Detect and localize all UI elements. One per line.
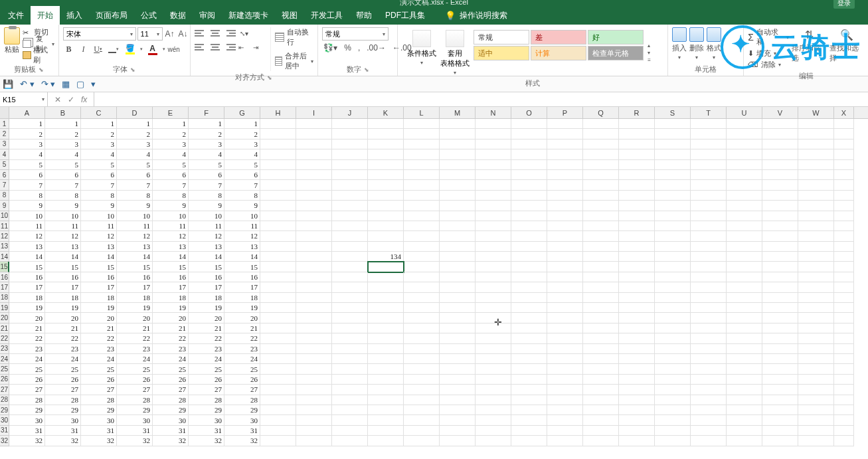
col-header-P[interactable]: P [547,107,583,118]
cell-I5[interactable] [296,160,332,170]
cell-X17[interactable] [834,282,854,292]
cell-D22[interactable]: 22 [117,333,153,343]
cell-B32[interactable]: 32 [45,436,81,446]
cell-N1[interactable] [476,119,511,129]
cell-R14[interactable] [619,252,655,262]
cell-R32[interactable] [619,436,655,446]
cell-J2[interactable] [332,129,368,139]
cell-G14[interactable]: 14 [224,252,260,262]
cell-H12[interactable] [260,231,296,241]
cell-R5[interactable] [619,160,655,170]
cell-K17[interactable] [368,282,404,292]
cell-H15[interactable] [260,262,296,272]
cell-N3[interactable] [476,139,511,149]
cell-A9[interactable]: 9 [9,201,45,211]
cell-A14[interactable]: 14 [9,252,45,262]
cell-E28[interactable]: 28 [153,395,189,405]
paste-icon[interactable] [4,27,20,45]
col-header-I[interactable]: I [296,107,332,118]
cell-N32[interactable] [476,436,511,446]
cell-C10[interactable]: 10 [81,211,117,221]
cell-I11[interactable] [296,221,332,231]
cell-M7[interactable] [440,180,476,190]
cell-K19[interactable] [368,303,404,313]
cell-D30[interactable]: 30 [117,415,153,425]
cell-K24[interactable] [368,354,404,364]
cell-N30[interactable] [476,415,511,425]
cell-U13[interactable] [727,242,762,252]
cell-D4[interactable]: 4 [117,149,153,159]
align-top-button[interactable] [195,28,207,39]
cell-M26[interactable] [440,375,476,385]
cell-M4[interactable] [440,149,476,159]
cell-E5[interactable]: 5 [153,160,189,170]
align-center-button[interactable] [209,42,221,52]
cell-A30[interactable]: 30 [9,415,45,425]
cell-C4[interactable]: 4 [81,149,117,159]
cell-X20[interactable] [834,313,854,323]
cell-G1[interactable]: 1 [224,119,260,129]
decrease-font-button[interactable]: A↓ [177,28,189,40]
cell-N24[interactable] [476,354,511,364]
cell-I31[interactable] [296,426,332,436]
cell-F12[interactable]: 12 [189,231,224,241]
cell-U16[interactable] [727,272,762,282]
cell-C23[interactable]: 23 [81,344,117,354]
select-all-corner[interactable] [0,107,9,118]
cell-G8[interactable]: 8 [224,191,260,201]
cell-V18[interactable] [762,293,798,303]
cell-K12[interactable] [368,231,404,241]
cell-K10[interactable] [368,211,404,221]
menu-layout[interactable]: 页面布局 [89,6,134,25]
cell-D19[interactable]: 19 [117,303,153,313]
cell-W9[interactable] [798,201,834,211]
font-name-select[interactable]: 宋体▾ [63,27,136,41]
cell-Q10[interactable] [583,211,619,221]
cell-L23[interactable] [404,344,440,354]
cell-U5[interactable] [727,160,762,170]
cell-D31[interactable]: 31 [117,426,153,436]
cell-K15[interactable] [368,262,404,272]
row-header-17[interactable]: 17 [0,282,9,292]
cell-B15[interactable]: 15 [45,262,81,272]
cell-R21[interactable] [619,323,655,333]
cell-B28[interactable]: 28 [45,395,81,405]
cell-U21[interactable] [727,323,762,333]
cell-G21[interactable]: 21 [224,323,260,333]
col-header-B[interactable]: B [45,107,81,118]
cell-A28[interactable]: 28 [9,395,45,405]
cell-P9[interactable] [547,201,583,211]
cell-B6[interactable]: 6 [45,170,81,180]
cell-P5[interactable] [547,160,583,170]
cell-O17[interactable] [511,282,547,292]
cell-X9[interactable] [834,201,854,211]
cell-B16[interactable]: 16 [45,272,81,282]
cell-Q22[interactable] [583,333,619,343]
cell-H10[interactable] [260,211,296,221]
cell-W29[interactable] [798,405,834,415]
cell-P14[interactable] [547,252,583,262]
cell-W10[interactable] [798,211,834,221]
cell-A26[interactable]: 26 [9,375,45,385]
cell-F9[interactable]: 9 [189,201,224,211]
cell-I21[interactable] [296,323,332,333]
cell-H7[interactable] [260,180,296,190]
cell-M31[interactable] [440,426,476,436]
cell-P22[interactable] [547,333,583,343]
cell-O29[interactable] [511,405,547,415]
col-header-S[interactable]: S [655,107,691,118]
cell-K9[interactable] [368,201,404,211]
cell-B12[interactable]: 12 [45,231,81,241]
cell-V20[interactable] [762,313,798,323]
cell-X32[interactable] [834,436,854,446]
cell-P4[interactable] [547,149,583,159]
col-header-A[interactable]: A [9,107,45,118]
cell-R31[interactable] [619,426,655,436]
cell-L28[interactable] [404,395,440,405]
row-header-11[interactable]: 11 [0,221,9,231]
cell-A17[interactable]: 17 [9,282,45,292]
cell-R7[interactable] [619,180,655,190]
qat-save-button[interactable]: 💾 [3,79,13,89]
row-header-20[interactable]: 20 [0,313,9,323]
cell-C9[interactable]: 9 [81,201,117,211]
